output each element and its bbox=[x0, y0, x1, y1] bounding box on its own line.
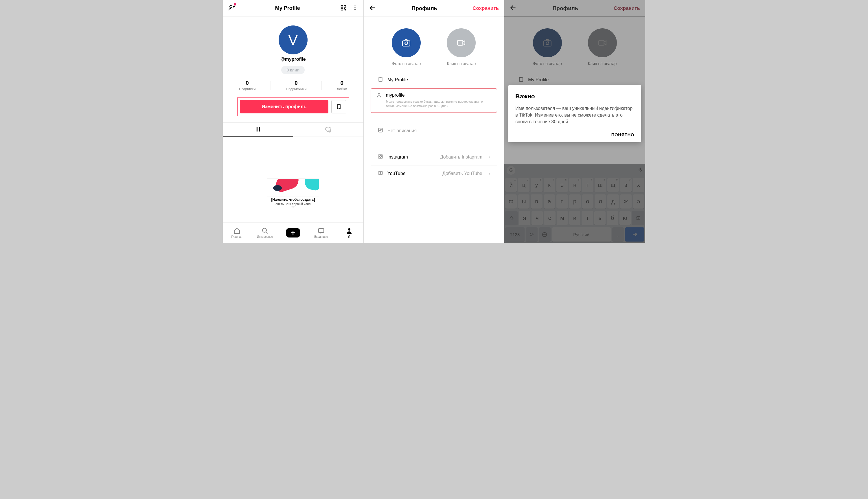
create-hint-tooltip: [Нажмите, чтобы создать] снять Ваш первы… bbox=[267, 179, 319, 208]
profile-screen: My Profile V @myprofile 0 клип 0 Подписк… bbox=[223, 0, 364, 243]
svg-rect-2 bbox=[344, 5, 345, 7]
content-tabs bbox=[223, 122, 363, 137]
stat-likes[interactable]: 0 Лайки bbox=[337, 80, 347, 91]
svg-rect-5 bbox=[345, 9, 346, 10]
dialog-title: Важно bbox=[515, 93, 634, 100]
page-title: My Profile bbox=[275, 5, 300, 11]
more-icon[interactable] bbox=[352, 5, 358, 12]
stat-followers[interactable]: 0 Подписчики bbox=[286, 80, 307, 91]
action-row-highlighted: Изменить профиль bbox=[237, 97, 349, 116]
add-friend-icon[interactable] bbox=[228, 4, 235, 12]
nav-create[interactable]: + bbox=[279, 223, 307, 243]
display-name-field[interactable]: My Profile bbox=[371, 72, 497, 88]
hint-illustration bbox=[267, 179, 319, 196]
confirm-dialog: Важно Имя пользователя — ваш уникальный … bbox=[508, 85, 641, 142]
svg-rect-19 bbox=[378, 128, 382, 132]
username-handle: @myprofile bbox=[223, 57, 363, 62]
bio-field[interactable]: Нет описания bbox=[371, 123, 497, 139]
chevron-right-icon: › bbox=[489, 171, 490, 176]
svg-point-21 bbox=[379, 155, 381, 157]
edit-profile-screen: Профиль Сохранить V Фото на аватар Клип … bbox=[364, 0, 505, 243]
svg-rect-1 bbox=[341, 5, 343, 7]
chevron-right-icon: › bbox=[489, 155, 490, 160]
avatar-picker: V Фото на аватар Клип на аватар bbox=[364, 28, 504, 66]
bottom-nav: Главная Интересное + Входящие Я bbox=[223, 222, 363, 243]
tab-liked[interactable] bbox=[293, 123, 363, 136]
nav-me[interactable]: Я bbox=[335, 223, 363, 243]
edit-title: Профиль bbox=[412, 5, 438, 12]
dialog-body: Имя пользователя — ваш уникальный иденти… bbox=[515, 105, 634, 125]
avatar-clip-option[interactable]: Клип на аватар bbox=[447, 28, 476, 66]
tab-grid[interactable] bbox=[223, 123, 293, 136]
notification-dot bbox=[234, 3, 236, 5]
username-field-highlighted[interactable]: myprofile Может содержать только буквы, … bbox=[371, 88, 497, 113]
plus-icon: + bbox=[291, 229, 295, 237]
svg-point-10 bbox=[262, 228, 267, 232]
person-icon bbox=[376, 93, 382, 99]
youtube-icon bbox=[378, 170, 383, 177]
svg-point-22 bbox=[381, 155, 382, 155]
svg-rect-4 bbox=[344, 8, 345, 9]
nav-discover[interactable]: Интересное bbox=[251, 223, 279, 243]
svg-rect-3 bbox=[341, 8, 343, 10]
edit-icon bbox=[378, 127, 383, 134]
avatar-photo-option[interactable]: V Фото на аватар bbox=[392, 28, 421, 66]
avatar[interactable]: V bbox=[279, 25, 308, 54]
instagram-field[interactable]: Instagram Добавить Instagram › bbox=[371, 149, 497, 166]
save-button[interactable]: Сохранить bbox=[473, 5, 499, 11]
edit-header: Профиль Сохранить bbox=[364, 0, 504, 17]
svg-point-7 bbox=[354, 7, 356, 8]
nav-home[interactable]: Главная bbox=[223, 223, 251, 243]
fields-list: My Profile myprofile Может содержать тол… bbox=[364, 72, 504, 182]
dialog-ok-button[interactable]: ПОНЯТНО bbox=[515, 132, 634, 137]
edit-profile-button[interactable]: Изменить профиль bbox=[240, 100, 328, 113]
svg-point-12 bbox=[348, 228, 350, 231]
svg-rect-15 bbox=[458, 40, 463, 46]
instagram-icon bbox=[378, 154, 383, 160]
clipboard-icon bbox=[378, 76, 383, 83]
svg-point-18 bbox=[378, 94, 380, 96]
nav-inbox[interactable]: Входящие bbox=[307, 223, 335, 243]
stat-following[interactable]: 0 Подписки bbox=[239, 80, 256, 91]
qr-icon[interactable] bbox=[340, 5, 347, 12]
svg-rect-11 bbox=[319, 229, 324, 233]
clip-count-badge: 0 клип bbox=[281, 66, 305, 74]
profile-header: My Profile bbox=[223, 0, 363, 17]
bookmark-button[interactable] bbox=[331, 100, 346, 113]
stats-row: 0 Подписки 0 Подписчики 0 Лайки bbox=[223, 80, 363, 91]
svg-point-8 bbox=[354, 9, 356, 10]
youtube-field[interactable]: YouTube Добавить YouTube › bbox=[371, 166, 497, 182]
svg-point-6 bbox=[354, 5, 356, 7]
dialog-screen: Профиль Сохранить VФото на аватар Клип н… bbox=[504, 0, 645, 243]
back-icon[interactable] bbox=[369, 4, 376, 13]
svg-point-0 bbox=[230, 5, 232, 8]
